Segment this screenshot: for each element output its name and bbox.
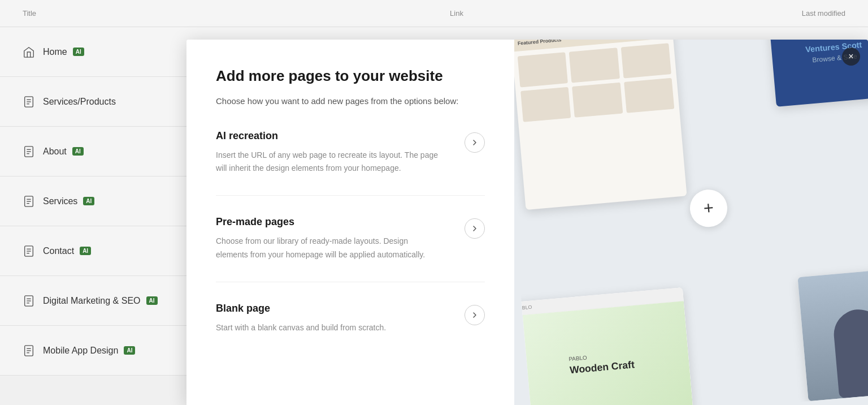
- collage-card-shop: Featured Products: [514, 40, 687, 210]
- option-arrow-button[interactable]: [465, 132, 485, 153]
- item-label: Mobile App Design: [43, 346, 118, 356]
- item-label: Services: [43, 196, 77, 206]
- page-icon: [23, 344, 35, 357]
- chevron-right-icon: [471, 225, 478, 232]
- shop-grid: [514, 40, 680, 127]
- option-title: Blank page: [216, 303, 451, 314]
- option-arrow-button[interactable]: [465, 218, 485, 239]
- modal-right-panel: × Featured Products Ventures Scott: [514, 40, 868, 405]
- chevron-right-icon: [471, 139, 478, 146]
- item-label: Digital Marketing & SEO: [43, 296, 141, 306]
- shop-item: [572, 83, 623, 118]
- wooden-title: PABLO Wooden Craft: [514, 301, 693, 405]
- page-icon: [23, 145, 35, 158]
- collage: Featured Products Ventures Scott Browse …: [514, 40, 868, 405]
- ai-badge: AI: [146, 296, 158, 305]
- shop-item: [520, 87, 571, 122]
- option-arrow-button[interactable]: [465, 305, 485, 325]
- col-modified: Last modified: [704, 9, 845, 18]
- collage-card-person: [797, 268, 868, 401]
- ai-badge: AI: [72, 147, 84, 156]
- chevron-right-icon: [471, 312, 478, 318]
- item-label: Services/Products: [43, 97, 116, 107]
- home-icon: [23, 46, 35, 58]
- option-description: Insert the URL of any web page to recrea…: [216, 149, 442, 175]
- option-description: Choose from our library of ready-made la…: [216, 235, 442, 261]
- ai-badge: AI: [73, 48, 84, 56]
- modal-left-panel: Add more pages to your website Choose ho…: [186, 40, 514, 405]
- option-title: Pre-made pages: [216, 216, 451, 228]
- col-title: Title: [23, 9, 209, 18]
- item-label: Home: [43, 47, 67, 57]
- shop-item: [518, 52, 568, 87]
- page-icon: [23, 295, 35, 307]
- shop-item: [620, 43, 671, 78]
- add-circle: +: [688, 188, 729, 229]
- shop-item: [624, 78, 675, 113]
- page-icon: [23, 245, 35, 257]
- modal-subtitle: Choose how you want to add new pages fro…: [216, 95, 485, 108]
- table-header: Title Link Last modified: [0, 0, 868, 27]
- option-title: AI recreation: [216, 130, 451, 142]
- item-label: Contact: [43, 246, 74, 256]
- col-link: Link: [209, 9, 704, 18]
- close-button[interactable]: ×: [842, 48, 860, 66]
- person-silhouette: [832, 308, 868, 399]
- option-content: AI recreation Insert the URL of any web …: [216, 130, 451, 175]
- page-icon: [23, 96, 35, 108]
- shop-item: [569, 48, 620, 83]
- person-shape: [797, 268, 868, 401]
- page-icon: [23, 195, 35, 208]
- option-blank: Blank page Start with a blank canvas and…: [216, 303, 485, 355]
- option-description: Start with a blank canvas and build from…: [216, 321, 442, 334]
- modal-title: Add more pages to your website: [216, 67, 485, 86]
- option-premade: Pre-made pages Choose from our library o…: [216, 216, 485, 282]
- option-content: Pre-made pages Choose from our library o…: [216, 216, 451, 261]
- item-label: About: [43, 147, 67, 157]
- wooden-title-text: Wooden Craft: [569, 359, 635, 376]
- ai-badge: AI: [80, 247, 91, 255]
- ai-badge: AI: [83, 197, 94, 205]
- option-content: Blank page Start with a blank canvas and…: [216, 303, 451, 334]
- ai-badge: AI: [124, 346, 135, 355]
- modal: Add more pages to your website Choose ho…: [186, 40, 868, 405]
- option-ai-recreation: AI recreation Insert the URL of any web …: [216, 130, 485, 196]
- close-icon: ×: [848, 51, 853, 62]
- collage-card-wooden: PABLO PABLO Wooden Craft: [514, 287, 693, 405]
